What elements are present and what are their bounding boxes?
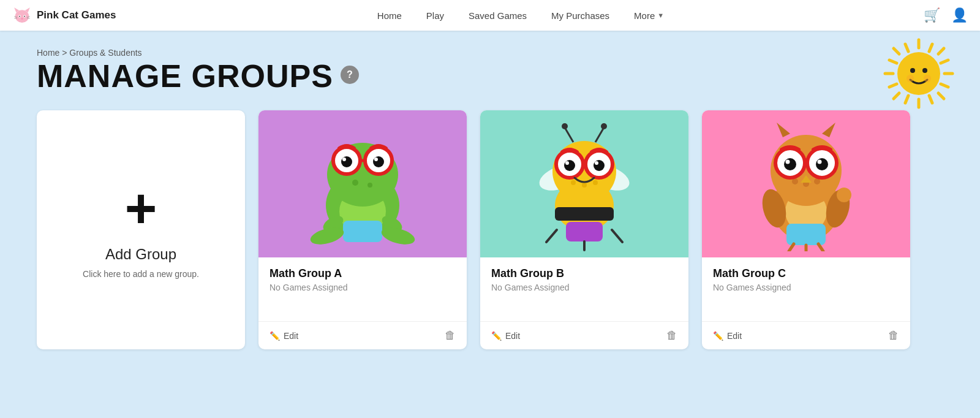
svg-point-69: [595, 161, 598, 165]
group-a-name: Math Group A: [270, 267, 456, 280]
user-icon: 👤: [951, 7, 968, 23]
group-a-image: [258, 110, 467, 257]
svg-line-21: [941, 84, 948, 87]
group-b-name: Math Group B: [491, 267, 677, 280]
edit-icon: ✏️: [491, 331, 502, 341]
svg-point-43: [373, 156, 384, 167]
brand[interactable]: Pink Cat Games: [12, 6, 135, 25]
group-b-delete-button[interactable]: 🗑: [666, 329, 677, 342]
breadcrumb: Home > Groups & Students: [37, 48, 943, 58]
group-c-edit-button[interactable]: ✏️ Edit: [713, 331, 742, 341]
svg-point-91: [786, 160, 790, 164]
svg-point-98: [837, 188, 851, 202]
group-b-footer: ✏️ Edit 🗑: [480, 321, 688, 349]
svg-point-66: [564, 160, 575, 171]
add-group-label: Add Group: [105, 246, 176, 263]
svg-point-31: [907, 75, 914, 82]
svg-point-0: [15, 10, 29, 23]
group-a-delete-button[interactable]: 🗑: [445, 329, 456, 342]
edit-label: Edit: [505, 331, 520, 341]
nav-home[interactable]: Home: [377, 10, 402, 21]
page-title-row: MANAGE GROUPS ?: [37, 60, 943, 92]
trash-icon: 🗑: [445, 329, 456, 341]
svg-line-70: [565, 127, 573, 142]
svg-point-47: [368, 183, 372, 188]
edit-icon: ✏️: [270, 331, 280, 341]
svg-line-99: [789, 244, 794, 251]
cart-icon: 🛒: [924, 7, 940, 23]
group-b-edit-button[interactable]: ✏️ Edit: [491, 331, 520, 341]
cards-grid: + Add Group Click here to add a new grou…: [37, 110, 943, 349]
group-c-delete-button[interactable]: 🗑: [888, 329, 899, 342]
group-c-games: No Games Assigned: [713, 283, 899, 292]
svg-point-73: [601, 123, 607, 129]
group-b-body: Math Group B No Games Assigned: [480, 257, 688, 316]
brand-name: Pink Cat Games: [37, 9, 116, 21]
nav-play[interactable]: Play: [426, 10, 444, 21]
trash-icon: 🗑: [888, 329, 899, 341]
group-a-games: No Games Assigned: [270, 283, 456, 292]
svg-rect-55: [555, 207, 614, 221]
help-icon-button[interactable]: ?: [341, 66, 359, 84]
group-b-games: No Games Assigned: [491, 283, 677, 292]
navbar: Pink Cat Games Home Play Saved Games My …: [0, 0, 980, 31]
svg-line-72: [595, 127, 604, 142]
svg-marker-95: [822, 123, 835, 137]
main-content: Home > Groups & Students MANAGE GROUPS ?…: [0, 31, 980, 374]
nav-saved-games[interactable]: Saved Games: [469, 10, 527, 21]
sun-decoration: [882, 37, 956, 110]
group-a-footer: ✏️ Edit 🗑: [258, 321, 467, 349]
svg-point-7: [21, 18, 23, 19]
edit-label: Edit: [727, 331, 742, 341]
svg-line-26: [905, 44, 908, 51]
edit-icon: ✏️: [713, 331, 723, 341]
group-card-a: Math Group A No Games Assigned ✏️ Edit 🗑: [258, 110, 467, 349]
svg-line-18: [938, 48, 944, 54]
svg-point-42: [341, 156, 352, 167]
plus-icon: +: [125, 181, 157, 236]
cat-logo-icon: [12, 6, 32, 25]
svg-point-67: [594, 160, 605, 171]
svg-point-59: [582, 183, 587, 188]
svg-rect-56: [566, 222, 603, 241]
svg-point-28: [897, 52, 940, 95]
svg-point-32: [924, 75, 931, 82]
nav-my-purchases[interactable]: My Purchases: [551, 10, 609, 21]
svg-point-45: [374, 158, 378, 161]
svg-line-27: [929, 96, 932, 103]
user-account-button[interactable]: 👤: [951, 7, 968, 23]
svg-point-60: [593, 180, 598, 185]
svg-point-44: [342, 158, 346, 161]
trash-icon: 🗑: [666, 329, 677, 341]
svg-line-17: [938, 93, 944, 99]
edit-label: Edit: [284, 331, 298, 341]
nav-links: Home Play Saved Games My Purchases More …: [135, 10, 907, 21]
svg-point-6: [24, 16, 25, 17]
svg-point-30: [922, 68, 927, 73]
svg-line-23: [905, 96, 908, 103]
add-group-card[interactable]: + Add Group Click here to add a new grou…: [37, 110, 245, 349]
nav-more-dropdown[interactable]: More ▼: [634, 10, 664, 21]
add-group-description: Click here to add a new group.: [83, 269, 199, 279]
svg-point-29: [910, 68, 915, 73]
page-title: MANAGE GROUPS: [37, 60, 333, 92]
svg-point-92: [818, 160, 822, 164]
svg-line-24: [941, 60, 948, 63]
group-card-b: Math Group B No Games Assigned ✏️ Edit 🗑: [480, 110, 688, 349]
nav-actions: 🛒 👤: [907, 7, 968, 23]
nav-more-label: More: [634, 10, 655, 21]
svg-rect-79: [786, 224, 826, 245]
cart-button[interactable]: 🛒: [924, 7, 940, 23]
svg-line-16: [894, 48, 899, 54]
group-c-footer: ✏️ Edit 🗑: [702, 321, 910, 349]
group-c-body: Math Group C No Games Assigned: [702, 257, 910, 316]
svg-line-20: [889, 60, 897, 63]
group-a-edit-button[interactable]: ✏️ Edit: [270, 331, 298, 341]
svg-marker-94: [777, 123, 790, 137]
svg-line-25: [889, 84, 897, 87]
svg-line-101: [818, 244, 823, 251]
svg-line-22: [929, 44, 932, 51]
svg-point-71: [562, 123, 568, 129]
group-c-image: [702, 110, 910, 257]
chevron-down-icon: ▼: [657, 12, 664, 19]
